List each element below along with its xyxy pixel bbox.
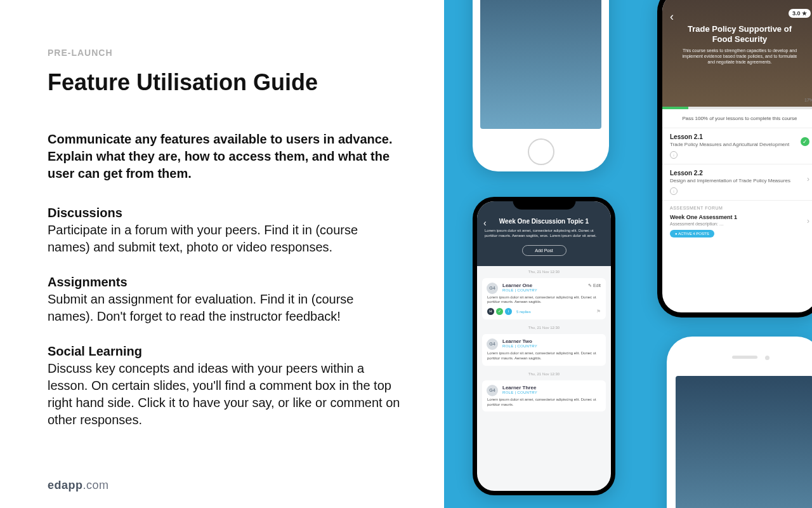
phone-screen bbox=[480, 0, 601, 129]
notch-icon bbox=[513, 197, 575, 210]
phone-mockup-blank-top bbox=[473, 0, 609, 171]
camera-icon bbox=[765, 356, 769, 360]
section-body: Participate in a forum with your peers. … bbox=[48, 222, 403, 256]
section-heading: Discussions bbox=[48, 204, 403, 222]
flag-icon[interactable]: ⚑ bbox=[596, 309, 601, 314]
brand-name: edapp bbox=[48, 479, 83, 491]
avatar: G4 bbox=[487, 338, 498, 350]
brand-suffix: .com bbox=[83, 479, 109, 491]
reaction-bar: H ✓ i 5 replies ⚑ bbox=[487, 308, 601, 315]
post-role: ROLE | COUNTRY bbox=[502, 344, 601, 348]
chevron-right-icon: › bbox=[807, 217, 809, 225]
download-icon[interactable]: ↓ bbox=[670, 151, 678, 159]
phone-mockup-course: ‹ 3.0 ★ Trade Policy Supportive of Food … bbox=[657, 0, 812, 318]
speaker-icon bbox=[732, 356, 757, 359]
reaction-icon[interactable]: ✓ bbox=[496, 308, 503, 315]
timestamp: Thu, 21 Nov 12:30 bbox=[477, 322, 611, 331]
content-column: PRE-LAUNCH Feature Utilisation Guide Com… bbox=[0, 0, 444, 508]
discussion-header: ‹ Week One Discussion Topic 1 Lorem ipsu… bbox=[477, 201, 611, 266]
add-post-button[interactable]: Add Post bbox=[522, 245, 566, 256]
check-icon: ✓ bbox=[801, 137, 809, 146]
assessment-title: Week One Assessment 1 bbox=[670, 214, 809, 220]
phone-mockup-blank-bottom bbox=[667, 337, 812, 508]
post-body: Lorem ipsum dolor sit amet, consectetur … bbox=[487, 295, 601, 305]
replies-link[interactable]: 5 replies bbox=[516, 310, 531, 314]
lesson-row[interactable]: Lesson 2.2 Design and Implementation of … bbox=[662, 164, 812, 200]
phone-mockup-discussion: ‹ Week One Discussion Topic 1 Lorem ipsu… bbox=[473, 197, 615, 495]
pass-hint: Pass 100% of your lessons to complete th… bbox=[662, 109, 812, 128]
forum-label: ASSESSMENT FORUM bbox=[662, 200, 812, 211]
discussion-desc: Lorem ipsum dolor sit amet, consectetur … bbox=[485, 229, 603, 239]
reaction-icon[interactable]: i bbox=[505, 308, 512, 315]
post-username: Learner Two bbox=[502, 338, 601, 344]
phone-screen: ‹ 3.0 ★ Trade Policy Supportive of Food … bbox=[662, 0, 812, 312]
lesson-title: Design and Implementation of Trade Polic… bbox=[670, 178, 809, 184]
post-body: Lorem ipsum dolor sit amet, consectetur … bbox=[487, 398, 601, 408]
avatar: G4 bbox=[487, 283, 498, 294]
home-button-icon bbox=[528, 138, 554, 165]
intro-paragraph: Communicate any features available to us… bbox=[48, 131, 403, 182]
progress-fill bbox=[662, 107, 688, 109]
chevron-right-icon: › bbox=[807, 175, 809, 184]
section-assignments: Assignments Submit an assignment for eva… bbox=[48, 274, 403, 325]
section-heading: Social Learning bbox=[48, 343, 403, 360]
download-icon[interactable]: ↓ bbox=[670, 187, 678, 195]
post-role: ROLE | COUNTRY bbox=[502, 391, 601, 394]
phone-screen bbox=[676, 376, 812, 508]
course-title: Trade Policy Supportive of Food Security bbox=[671, 24, 808, 44]
star-badge: 3.0 ★ bbox=[789, 9, 811, 18]
section-discussions: Discussions Participate in a forum with … bbox=[48, 204, 403, 256]
lesson-number: Lesson 2.1 bbox=[670, 133, 809, 140]
lesson-row[interactable]: Lesson 2.1 Trade Policy Measures and Agr… bbox=[662, 128, 812, 164]
progress-bar: 17% bbox=[662, 107, 812, 109]
course-description: This course seeks to strengthen capaciti… bbox=[671, 48, 808, 65]
section-body: Discuss key concepts and ideas with your… bbox=[48, 360, 403, 429]
section-social-learning: Social Learning Discuss key concepts and… bbox=[48, 343, 403, 429]
discussion-title: Week One Discussion Topic 1 bbox=[485, 218, 603, 225]
brand-footer: edapp.com bbox=[48, 479, 109, 492]
avatar: G4 bbox=[487, 385, 498, 396]
status-pill: ● ACTIVE 4 POSTS bbox=[670, 230, 714, 237]
discussion-post[interactable]: G4 Learner One ROLE | COUNTRY ✎ Edit Lor… bbox=[482, 278, 606, 320]
assessment-desc: Assessment description: … bbox=[670, 222, 809, 226]
post-role: ROLE | COUNTRY bbox=[502, 288, 601, 292]
page-title: Feature Utilisation Guide bbox=[48, 69, 431, 96]
edit-link[interactable]: ✎ Edit bbox=[588, 283, 601, 288]
progress-percent: 17% bbox=[804, 98, 812, 102]
eyebrow: PRE-LAUNCH bbox=[48, 48, 431, 58]
post-body: Lorem ipsum dolor sit amet, consectetur … bbox=[487, 351, 601, 361]
post-username: Learner One bbox=[502, 283, 601, 288]
phone-screen: ‹ Week One Discussion Topic 1 Lorem ipsu… bbox=[477, 201, 611, 491]
reaction-icon[interactable]: H bbox=[487, 308, 494, 315]
timestamp: Thu, 21 Nov 12:30 bbox=[477, 266, 611, 276]
back-icon[interactable]: ‹ bbox=[670, 10, 674, 23]
discussion-post[interactable]: G4 Learner Three ROLE | COUNTRY Lorem ip… bbox=[482, 380, 606, 412]
back-icon[interactable]: ‹ bbox=[483, 218, 487, 228]
section-body: Submit an assignment for evaluation. Fin… bbox=[48, 291, 403, 325]
section-heading: Assignments bbox=[48, 274, 403, 291]
assessment-row[interactable]: Week One Assessment 1 Assessment descrip… bbox=[662, 211, 812, 244]
lesson-number: Lesson 2.2 bbox=[670, 170, 809, 177]
mockup-panel: ‹ 3.0 ★ Trade Policy Supportive of Food … bbox=[444, 0, 812, 508]
lesson-title: Trade Policy Measures and Agricultural D… bbox=[670, 142, 809, 147]
discussion-post[interactable]: G4 Learner Two ROLE | COUNTRY Lorem ipsu… bbox=[482, 334, 606, 366]
course-hero: ‹ 3.0 ★ Trade Policy Supportive of Food … bbox=[662, 0, 812, 107]
post-username: Learner Three bbox=[502, 385, 601, 391]
timestamp: Thu, 21 Nov 12:30 bbox=[477, 368, 611, 378]
